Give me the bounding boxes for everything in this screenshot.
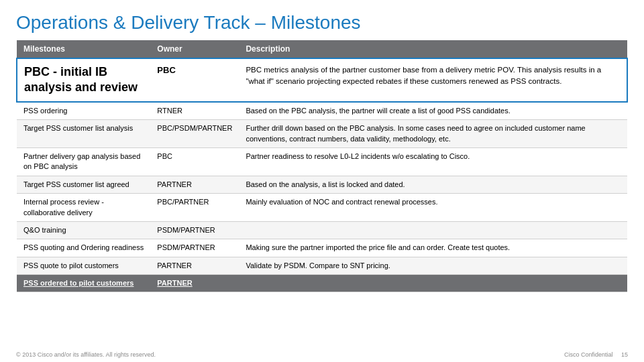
cell-milestone-last: PSS ordered to pilot customers — [17, 275, 150, 292]
highlight-owner: PBC — [150, 58, 239, 102]
cell-owner: PBC/PSDM/PARTNER — [150, 120, 239, 148]
cell-description — [239, 221, 627, 239]
table-row: Internal process review - collaborative … — [17, 194, 627, 222]
table-row-highlight: PBC - initial IB analysis and review PBC… — [17, 58, 627, 102]
cell-description: Making sure the partner imported the pri… — [239, 239, 627, 257]
footer: © 2013 Cisco and/or its affiliates. All … — [16, 351, 628, 358]
cell-owner: PSDM/PARTNER — [150, 239, 239, 257]
cell-description: Mainly evaluation of NOC and contract re… — [239, 194, 627, 222]
cell-milestone: PSS ordering — [17, 102, 150, 120]
col-header-owner: Owner — [150, 40, 239, 58]
cell-description: Validate by PSDM. Compare to SNT pricing… — [239, 257, 627, 274]
cell-owner: PSDM/PARTNER — [150, 221, 239, 239]
col-header-description: Description — [239, 40, 627, 58]
cell-description: Based on the analysis, a list is locked … — [239, 176, 627, 193]
milestones-table: Milestones Owner Description PBC - initi… — [16, 40, 628, 292]
cell-milestone: PSS quote to pilot customers — [17, 257, 150, 274]
milestones-table-wrapper: Milestones Owner Description PBC - initi… — [0, 40, 644, 292]
footer-copyright: © 2013 Cisco and/or its affiliates. All … — [16, 351, 156, 358]
cell-milestone: Q&O training — [17, 221, 150, 239]
cell-milestone: Internal process review - collaborative … — [17, 194, 150, 222]
table-row: PSS quote to pilot customers PARTNER Val… — [17, 257, 627, 274]
cell-owner: PBC/PARTNER — [150, 194, 239, 222]
col-header-milestones: Milestones — [17, 40, 150, 58]
table-row: PSS quoting and Ordering readiness PSDM/… — [17, 239, 627, 257]
table-row: Partner delivery gap analysis based on P… — [17, 147, 627, 176]
page-title: Operations & Delivery Track – Milestones — [0, 0, 644, 40]
table-row: Q&O training PSDM/PARTNER — [17, 221, 627, 239]
cell-owner: PARTNER — [150, 176, 239, 193]
footer-page: 15 — [621, 351, 628, 358]
footer-right: Cisco Confidential 15 — [564, 351, 628, 358]
footer-confidential: Cisco Confidential — [564, 351, 613, 358]
table-row: Target PSS customer list analysis PBC/PS… — [17, 120, 627, 148]
highlight-description: PBC metrics analysis of the partner cust… — [239, 58, 627, 102]
table-row: Target PSS customer list agreed PARTNER … — [17, 176, 627, 193]
cell-description: Partner readiness to resolve L0-L2 incid… — [239, 147, 627, 176]
table-row-last: PSS ordered to pilot customers PARTNER — [17, 275, 627, 292]
cell-owner: RTNER — [150, 102, 239, 120]
table-row: PSS ordering RTNER Based on the PBC anal… — [17, 102, 627, 120]
cell-milestone: Target PSS customer list agreed — [17, 176, 150, 193]
table-header-row: Milestones Owner Description — [17, 40, 627, 58]
highlight-milestone: PBC - initial IB analysis and review — [17, 58, 150, 102]
cell-milestone: Target PSS customer list analysis — [17, 120, 150, 148]
cell-description: Based on the PBC analysis, the partner w… — [239, 102, 627, 120]
cell-owner: PARTNER — [150, 257, 239, 274]
cell-milestone: PSS quoting and Ordering readiness — [17, 239, 150, 257]
cell-owner: PBC — [150, 147, 239, 176]
cell-owner-last: PARTNER — [150, 275, 239, 292]
cell-milestone: Partner delivery gap analysis based on P… — [17, 147, 150, 176]
cell-description: Further drill down based on the PBC anal… — [239, 120, 627, 148]
cell-description-last — [239, 275, 627, 292]
